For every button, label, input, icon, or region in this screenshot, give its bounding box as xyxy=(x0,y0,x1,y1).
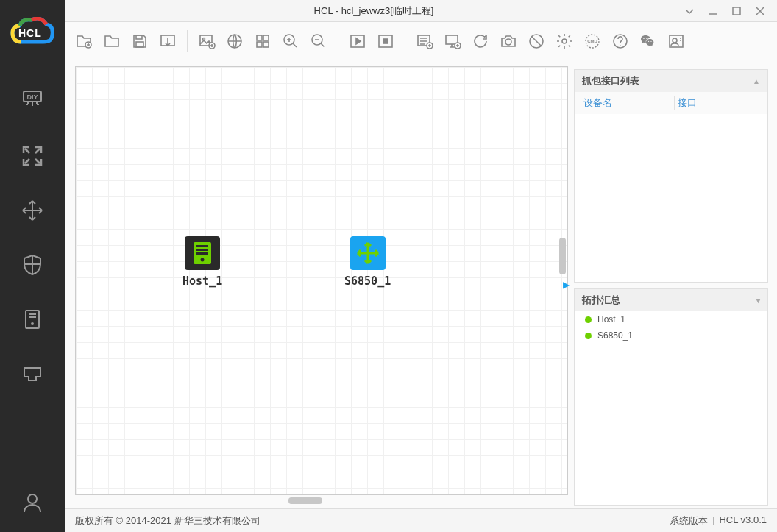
svg-rect-16 xyxy=(257,42,262,47)
play-button[interactable] xyxy=(344,28,371,54)
topology-canvas[interactable]: Host_1 S6850_1 xyxy=(75,66,568,495)
svg-rect-14 xyxy=(257,35,262,40)
minimize-icon[interactable] xyxy=(706,4,720,18)
svg-rect-22 xyxy=(383,39,388,43)
svg-text:DIY: DIY xyxy=(26,93,38,101)
node-label: S6850_1 xyxy=(344,274,391,288)
svg-rect-17 xyxy=(263,42,269,47)
rail-server[interactable] xyxy=(18,305,47,334)
rail-diy[interactable]: DIY xyxy=(18,87,47,116)
camera-button[interactable] xyxy=(495,28,522,54)
panel-title: 抓包接口列表 xyxy=(582,74,639,88)
canvas-scrollbar-h[interactable] xyxy=(75,497,568,506)
menu-dropdown-icon[interactable] xyxy=(683,4,696,18)
export-button[interactable] xyxy=(155,28,181,54)
app-logo: HCL xyxy=(0,0,65,65)
left-app-rail: HCL DIY xyxy=(0,0,65,532)
close-icon[interactable] xyxy=(753,4,767,18)
svg-point-4 xyxy=(28,494,37,503)
rail-port[interactable] xyxy=(18,359,47,389)
canvas-node-switch[interactable]: S6850_1 xyxy=(344,236,391,288)
svg-rect-37 xyxy=(196,252,208,255)
svg-point-3 xyxy=(32,323,33,324)
svg-rect-8 xyxy=(136,42,143,47)
status-dot-icon xyxy=(585,333,592,339)
rail-fullscreen[interactable] xyxy=(18,141,47,171)
rail-move[interactable] xyxy=(18,196,47,225)
rail-shield[interactable] xyxy=(18,250,47,280)
list-add-button[interactable] xyxy=(411,28,438,54)
capture-ports-panel: 抓包接口列表 ▲ 设备名 接口 xyxy=(574,69,768,283)
col-port[interactable]: 接口 xyxy=(674,96,768,110)
zoom-in-button[interactable] xyxy=(277,28,304,54)
open-button[interactable] xyxy=(99,28,125,54)
save-button[interactable] xyxy=(127,28,153,54)
switch-icon xyxy=(350,236,386,270)
grid-button[interactable] xyxy=(249,28,276,54)
svg-rect-35 xyxy=(196,245,208,247)
cmd-button[interactable]: CMD xyxy=(579,28,606,54)
svg-point-27 xyxy=(505,39,511,45)
wechat-button[interactable] xyxy=(635,28,661,54)
new-project-button[interactable] xyxy=(71,28,97,54)
col-device[interactable]: 设备名 xyxy=(575,96,674,110)
svg-point-33 xyxy=(673,38,677,43)
svg-rect-36 xyxy=(196,249,208,251)
status-bar: 版权所有 © 2014-2021 新华三技术有限公司 系统版本 | HCL v3… xyxy=(65,508,777,532)
settings-button[interactable] xyxy=(551,28,578,54)
rail-user[interactable] xyxy=(18,488,47,517)
svg-rect-5 xyxy=(733,7,740,15)
refresh-button[interactable] xyxy=(467,28,494,54)
status-dot-icon xyxy=(585,316,592,323)
version-label: 系统版本 xyxy=(670,514,708,528)
contact-button[interactable] xyxy=(663,28,689,54)
help-button[interactable] xyxy=(607,28,634,54)
topo-list-item[interactable]: S6850_1 xyxy=(575,327,767,344)
stop-button[interactable] xyxy=(372,28,399,54)
version-value: HCL v3.0.1 xyxy=(719,514,767,528)
globe-button[interactable] xyxy=(221,28,248,54)
svg-rect-2 xyxy=(26,311,39,328)
maximize-icon[interactable] xyxy=(730,4,743,18)
main-toolbar: CMD xyxy=(65,22,777,60)
panel-collapse-icon[interactable]: ▲ xyxy=(753,77,760,85)
window-title: HCL - hcl_jewwz3[临时工程] xyxy=(65,4,683,18)
collapse-side-panel[interactable]: ▶ xyxy=(562,270,570,299)
node-label: Host_1 xyxy=(182,274,222,288)
svg-rect-7 xyxy=(136,35,142,39)
svg-point-29 xyxy=(562,39,567,43)
host-icon xyxy=(185,236,220,270)
topology-summary-panel: 拓扑汇总 ▾ Host_1 S6850_1 xyxy=(574,288,768,506)
clear-button[interactable] xyxy=(523,28,550,54)
copyright-text: 版权所有 © 2014-2021 新华三技术有限公司 xyxy=(75,514,670,528)
topo-list-item[interactable]: Host_1 xyxy=(575,311,767,327)
svg-point-38 xyxy=(201,258,205,262)
capture-list-body xyxy=(575,114,767,282)
panel-menu-icon[interactable]: ▾ xyxy=(756,297,760,305)
title-bar: HCL - hcl_jewwz3[临时工程] xyxy=(65,0,777,22)
panel-title: 拓扑汇总 xyxy=(582,294,620,307)
zoom-out-button[interactable] xyxy=(305,28,332,54)
image-add-button[interactable] xyxy=(194,28,220,54)
svg-text:CMD: CMD xyxy=(587,39,597,43)
svg-rect-15 xyxy=(263,35,269,40)
canvas-node-host[interactable]: Host_1 xyxy=(182,236,222,288)
screen-add-button[interactable] xyxy=(439,28,466,54)
